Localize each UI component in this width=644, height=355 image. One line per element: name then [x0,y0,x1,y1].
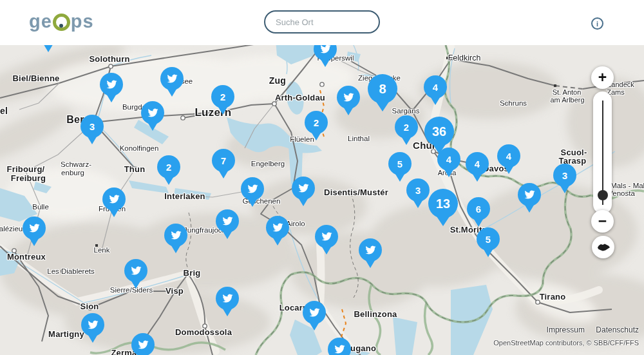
cluster-pin[interactable]: 5 [477,227,500,257]
cluster-count: 8 [379,82,386,97]
twitter-pin[interactable] [359,238,382,268]
cluster-pin[interactable]: 2 [395,115,418,145]
zoom-slider-track [602,101,603,205]
twitter-pin[interactable] [164,224,187,253]
cluster-count: 3 [90,121,95,132]
twitter-bird-icon [319,44,332,54]
twitter-bird-icon [170,230,182,240]
twitter-bird-icon [130,265,142,276]
twitter-pin[interactable] [315,225,338,254]
twitter-bird-icon [137,340,149,350]
cluster-pin[interactable]: 5 [388,152,412,182]
cluster-count: 6 [476,204,481,215]
cluster-pin[interactable]: 3 [80,115,104,144]
cluster-count: 7 [221,155,226,166]
twitter-bird-icon [87,320,99,330]
logo-dot [59,24,63,28]
cluster-count: 5 [397,158,402,169]
twitter-bird-icon [222,293,234,303]
twitter-bird-icon [272,222,284,233]
twitter-pin[interactable] [328,338,351,355]
twitter-pin[interactable] [266,216,289,245]
cluster-count: 4 [446,154,451,165]
cluster-pin[interactable]: 4 [497,144,520,174]
twitter-bird-icon [524,189,536,200]
twitter-pin[interactable] [160,67,184,97]
cluster-count: 4 [433,82,438,93]
twitter-pin[interactable] [81,313,104,343]
twitter-bird-icon [343,92,355,102]
copyright-text: OpenStreetMap contributors, © SBB/CFF/FF… [493,339,639,347]
cluster-count: 13 [436,197,450,211]
twitter-bird-icon [147,108,159,118]
twitter-pin[interactable] [102,187,126,217]
twitter-bird-icon [308,307,321,318]
cluster-pin[interactable]: 6 [467,197,490,227]
twitter-bird-icon [334,344,346,354]
zoom-slider-handle[interactable] [598,190,608,200]
cluster-pin[interactable]: 7 [212,149,235,178]
app-header: ge ps i [0,0,644,45]
twitter-pin[interactable] [518,183,541,213]
cluster-pin[interactable]: 13 [428,189,458,226]
cluster-pin[interactable]: 2 [305,111,328,140]
twitter-bird-icon [298,183,310,193]
cluster-count: 2 [404,122,409,133]
cluster-pin[interactable]: 3 [406,178,430,208]
search-box [264,10,380,34]
cluster-pin[interactable]: 2 [211,85,234,115]
twitter-bird-icon [166,73,178,84]
twitter-bird-icon [108,194,120,204]
fit-switzerland-button[interactable] [592,236,614,258]
logo-o-ring [53,14,70,31]
cluster-pin[interactable]: 4 [437,148,460,177]
search-input[interactable] [274,17,390,28]
impressum-link[interactable]: Impressum [547,325,585,334]
twitter-pin[interactable] [141,101,164,131]
cluster-pin[interactable]: 8 [368,74,397,111]
cluster-count: 2 [314,117,319,128]
cluster-pin[interactable]: 4 [424,75,447,105]
attribution: Impressum Datenschutz OpenStreetMap cont… [493,325,639,347]
cluster-pin[interactable]: 3 [553,164,576,193]
twitter-pin[interactable] [216,209,239,239]
geops-tweet-map-app: elBiel/BienneSolothurnBernBurgdorfSursee… [0,0,644,355]
logo-text-ps: ps [71,11,94,32]
geops-logo: ge ps [29,11,94,32]
twitter-bird-icon [321,231,333,242]
twitter-pin[interactable] [124,259,147,289]
cluster-count: 5 [486,234,491,245]
zoom-slider[interactable] [593,91,612,214]
twitter-pin[interactable] [100,73,123,102]
cluster-count: 3 [562,170,567,181]
cluster-pin[interactable]: 2 [157,155,180,185]
twitter-pin[interactable] [303,301,326,331]
twitter-pin[interactable] [337,86,360,115]
cluster-count: 3 [415,185,421,196]
cluster-count: 2 [166,162,171,173]
cluster-count: 36 [432,124,446,139]
twitter-pin[interactable] [131,333,155,355]
twitter-pin[interactable] [216,287,239,316]
switzerland-icon [596,243,611,252]
twitter-bird-icon [28,223,41,233]
twitter-bird-icon [365,245,377,255]
twitter-bird-icon [106,79,118,90]
zoom-in-button[interactable]: + [591,66,614,89]
zoom-out-button[interactable]: − [591,210,614,233]
twitter-bird-icon [222,216,234,226]
info-button[interactable]: i [591,17,603,30]
cluster-count: 4 [475,158,480,169]
datenschutz-link[interactable]: Datenschutz [596,325,639,334]
cluster-count: 2 [220,91,225,102]
logo-text-ge: ge [29,11,52,32]
twitter-pin[interactable] [241,177,264,207]
twitter-pin[interactable] [23,216,46,246]
cluster-pin[interactable]: 4 [466,152,489,182]
twitter-bird-icon [247,184,259,194]
twitter-pin[interactable] [292,177,315,206]
cluster-count: 4 [506,151,511,162]
